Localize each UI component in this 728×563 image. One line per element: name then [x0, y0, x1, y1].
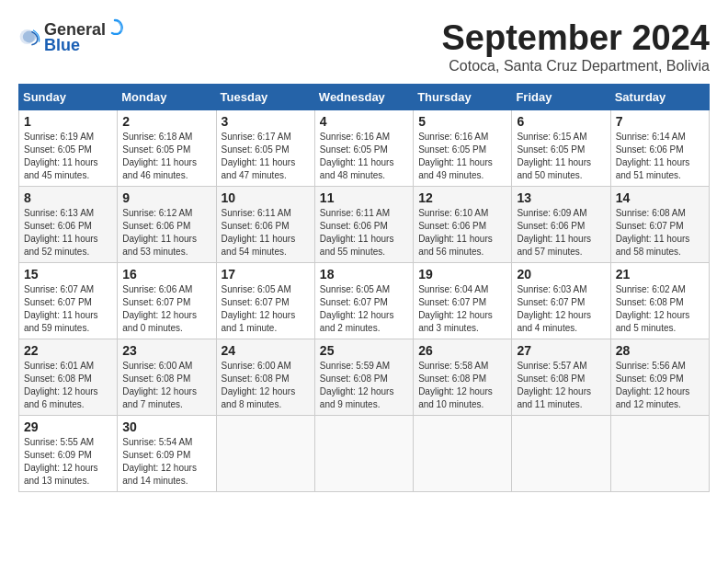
day-number: 2: [122, 114, 210, 129]
month-title: September 2024: [442, 18, 711, 58]
day-info: Sunrise: 6:00 AM Sunset: 6:08 PM Dayligh…: [122, 360, 210, 411]
day-info: Sunrise: 5:57 AM Sunset: 6:08 PM Dayligh…: [517, 360, 605, 411]
calendar-cell: 19Sunrise: 6:04 AM Sunset: 6:07 PM Dayli…: [414, 263, 512, 339]
day-number: 25: [320, 343, 408, 358]
calendar-cell: 12Sunrise: 6:10 AM Sunset: 6:06 PM Dayli…: [414, 187, 512, 263]
day-number: 5: [418, 114, 506, 129]
calendar-cell: 1Sunrise: 6:19 AM Sunset: 6:05 PM Daylig…: [19, 110, 118, 187]
day-info: Sunrise: 5:54 AM Sunset: 6:09 PM Dayligh…: [122, 436, 210, 488]
day-of-week-header: Wednesday: [314, 85, 413, 110]
day-number: 20: [517, 267, 605, 282]
calendar-cell: 17Sunrise: 6:05 AM Sunset: 6:07 PM Dayli…: [216, 263, 314, 339]
day-number: 1: [24, 114, 112, 129]
day-number: 13: [517, 190, 605, 205]
day-info: Sunrise: 6:00 AM Sunset: 6:08 PM Dayligh…: [222, 360, 310, 411]
day-info: Sunrise: 6:18 AM Sunset: 6:05 PM Dayligh…: [122, 131, 210, 182]
calendar-cell: [216, 416, 314, 492]
calendar-cell: 16Sunrise: 6:06 AM Sunset: 6:07 PM Dayli…: [118, 263, 216, 339]
day-number: 23: [122, 343, 210, 358]
calendar-cell: [610, 416, 709, 492]
day-info: Sunrise: 6:05 AM Sunset: 6:07 PM Dayligh…: [222, 283, 310, 335]
calendar-cell: 27Sunrise: 5:57 AM Sunset: 6:08 PM Dayli…: [512, 339, 610, 416]
day-of-week-header: Tuesday: [216, 85, 314, 110]
day-info: Sunrise: 6:06 AM Sunset: 6:07 PM Dayligh…: [122, 283, 210, 335]
location-title: Cotoca, Santa Cruz Department, Bolivia: [442, 58, 711, 75]
calendar-cell: 7Sunrise: 6:14 AM Sunset: 6:06 PM Daylig…: [610, 110, 709, 187]
day-number: 4: [320, 114, 408, 129]
day-number: 16: [122, 267, 210, 282]
calendar-table: SundayMondayTuesdayWednesdayThursdayFrid…: [18, 84, 710, 492]
calendar-cell: 21Sunrise: 6:02 AM Sunset: 6:08 PM Dayli…: [610, 263, 709, 339]
day-number: 17: [222, 267, 310, 282]
calendar-cell: 9Sunrise: 6:12 AM Sunset: 6:06 PM Daylig…: [118, 187, 216, 263]
day-info: Sunrise: 6:19 AM Sunset: 6:05 PM Dayligh…: [24, 131, 112, 182]
calendar-cell: 29Sunrise: 5:55 AM Sunset: 6:09 PM Dayli…: [19, 416, 118, 492]
day-number: 30: [122, 419, 210, 434]
calendar-cell: [414, 416, 512, 492]
day-number: 22: [24, 343, 112, 358]
calendar-cell: 14Sunrise: 6:08 AM Sunset: 6:07 PM Dayli…: [610, 187, 709, 263]
day-info: Sunrise: 6:16 AM Sunset: 6:05 PM Dayligh…: [320, 131, 408, 182]
calendar-cell: 2Sunrise: 6:18 AM Sunset: 6:05 PM Daylig…: [118, 110, 216, 187]
day-info: Sunrise: 5:56 AM Sunset: 6:09 PM Dayligh…: [616, 360, 704, 411]
day-of-week-header: Thursday: [414, 85, 512, 110]
logo-blue-text: Blue: [44, 36, 80, 54]
calendar-cell: 25Sunrise: 5:59 AM Sunset: 6:08 PM Dayli…: [314, 339, 413, 416]
day-info: Sunrise: 6:11 AM Sunset: 6:06 PM Dayligh…: [222, 207, 310, 259]
day-number: 27: [517, 343, 605, 358]
day-number: 21: [616, 267, 704, 282]
calendar-cell: 24Sunrise: 6:00 AM Sunset: 6:08 PM Dayli…: [216, 339, 314, 416]
calendar-cell: 6Sunrise: 6:15 AM Sunset: 6:05 PM Daylig…: [512, 110, 610, 187]
day-info: Sunrise: 6:04 AM Sunset: 6:07 PM Dayligh…: [418, 283, 506, 335]
day-of-week-header: Saturday: [610, 85, 709, 110]
calendar-cell: 28Sunrise: 5:56 AM Sunset: 6:09 PM Dayli…: [610, 339, 709, 416]
calendar-cell: 4Sunrise: 6:16 AM Sunset: 6:05 PM Daylig…: [314, 110, 413, 187]
logo: General Blue: [18, 18, 124, 55]
day-info: Sunrise: 6:13 AM Sunset: 6:06 PM Dayligh…: [24, 207, 112, 259]
day-info: Sunrise: 5:59 AM Sunset: 6:08 PM Dayligh…: [320, 360, 408, 411]
day-of-week-header: Friday: [512, 85, 610, 110]
day-number: 24: [222, 343, 310, 358]
day-info: Sunrise: 6:14 AM Sunset: 6:06 PM Dayligh…: [616, 131, 704, 182]
calendar-cell: [512, 416, 610, 492]
day-number: 29: [24, 419, 112, 434]
day-info: Sunrise: 6:17 AM Sunset: 6:05 PM Dayligh…: [222, 131, 310, 182]
day-info: Sunrise: 5:55 AM Sunset: 6:09 PM Dayligh…: [24, 436, 112, 488]
calendar-cell: 18Sunrise: 6:05 AM Sunset: 6:07 PM Dayli…: [314, 263, 413, 339]
day-info: Sunrise: 6:07 AM Sunset: 6:07 PM Dayligh…: [24, 283, 112, 335]
day-number: 3: [222, 114, 310, 129]
calendar-cell: 15Sunrise: 6:07 AM Sunset: 6:07 PM Dayli…: [19, 263, 118, 339]
calendar-cell: 26Sunrise: 5:58 AM Sunset: 6:08 PM Dayli…: [414, 339, 512, 416]
calendar-cell: 8Sunrise: 6:13 AM Sunset: 6:06 PM Daylig…: [19, 187, 118, 263]
day-number: 19: [418, 267, 506, 282]
day-info: Sunrise: 6:02 AM Sunset: 6:08 PM Dayligh…: [616, 283, 704, 335]
day-number: 9: [122, 190, 210, 205]
calendar-cell: 5Sunrise: 6:16 AM Sunset: 6:05 PM Daylig…: [414, 110, 512, 187]
day-info: Sunrise: 6:11 AM Sunset: 6:06 PM Dayligh…: [320, 207, 408, 259]
day-number: 14: [616, 190, 704, 205]
day-info: Sunrise: 6:03 AM Sunset: 6:07 PM Dayligh…: [517, 283, 605, 335]
day-number: 6: [517, 114, 605, 129]
day-info: Sunrise: 6:01 AM Sunset: 6:08 PM Dayligh…: [24, 360, 112, 411]
day-info: Sunrise: 5:58 AM Sunset: 6:08 PM Dayligh…: [418, 360, 506, 411]
day-info: Sunrise: 6:05 AM Sunset: 6:07 PM Dayligh…: [320, 283, 408, 335]
day-number: 15: [24, 267, 112, 282]
day-number: 8: [24, 190, 112, 205]
day-info: Sunrise: 6:10 AM Sunset: 6:06 PM Dayligh…: [418, 207, 506, 259]
day-number: 26: [418, 343, 506, 358]
calendar-cell: 20Sunrise: 6:03 AM Sunset: 6:07 PM Dayli…: [512, 263, 610, 339]
calendar-cell: 30Sunrise: 5:54 AM Sunset: 6:09 PM Dayli…: [118, 416, 216, 492]
calendar-cell: 22Sunrise: 6:01 AM Sunset: 6:08 PM Dayli…: [19, 339, 118, 416]
calendar-cell: 10Sunrise: 6:11 AM Sunset: 6:06 PM Dayli…: [216, 187, 314, 263]
calendar-cell: 23Sunrise: 6:00 AM Sunset: 6:08 PM Dayli…: [118, 339, 216, 416]
day-of-week-header: Monday: [118, 85, 216, 110]
day-of-week-header: Sunday: [19, 85, 118, 110]
day-info: Sunrise: 6:08 AM Sunset: 6:07 PM Dayligh…: [616, 207, 704, 259]
day-number: 10: [222, 190, 310, 205]
day-number: 18: [320, 267, 408, 282]
day-info: Sunrise: 6:16 AM Sunset: 6:05 PM Dayligh…: [418, 131, 506, 182]
day-info: Sunrise: 6:09 AM Sunset: 6:06 PM Dayligh…: [517, 207, 605, 259]
day-number: 11: [320, 190, 408, 205]
day-number: 28: [616, 343, 704, 358]
day-number: 12: [418, 190, 506, 205]
